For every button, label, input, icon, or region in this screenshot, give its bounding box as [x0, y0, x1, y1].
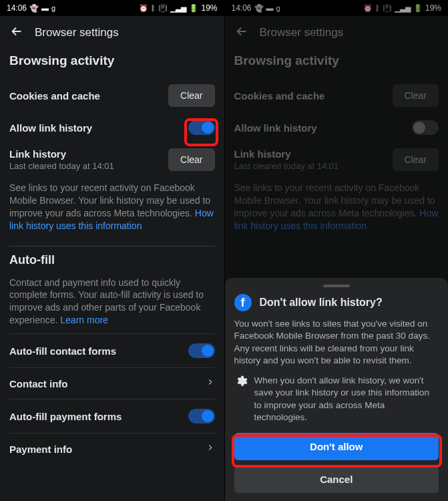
facebook-logo-icon: f [234, 294, 252, 311]
header: Browser settings [0, 16, 224, 48]
cancel-button[interactable]: Cancel [234, 466, 439, 493]
sheet-body-text: You won't see links to sites that you've… [234, 318, 439, 367]
goodreads-icon: g [51, 4, 55, 12]
status-time: 14:06 [7, 3, 27, 13]
status-bar: 14:06 👻 ▬ g ⏰ ᛒ 📳 ▁▃▅ 🔋 19% [0, 0, 224, 16]
allow-link-history-row: Allow link history [9, 114, 215, 142]
payment-info-row[interactable]: Payment info [9, 434, 215, 464]
sheet-title: Don't allow link history? [260, 297, 383, 309]
gear-icon [234, 375, 248, 424]
chevron-right-icon [206, 377, 215, 389]
confirm-sheet: f Don't allow link history? You won't se… [225, 278, 449, 501]
pane-right: 14:06 👻 ▬ g ⏰ ᛒ 📳 ▁▃▅ 🔋 19% Browser sett… [224, 0, 449, 501]
snapchat-icon: 👻 [29, 4, 39, 13]
vibrate-icon: 📳 [158, 4, 168, 13]
chevron-right-icon [206, 443, 215, 455]
autofill-contact-toggle[interactable] [188, 343, 215, 358]
signal-icon: ▁▃▅ [170, 4, 186, 13]
bluetooth-icon: ᛒ [151, 4, 156, 12]
allow-link-history-label: Allow link history [9, 122, 92, 134]
alarm-icon: ⏰ [139, 4, 148, 13]
divider [9, 246, 215, 246]
sheet-info-text: When you don't allow link history, we wo… [254, 375, 439, 424]
dont-allow-button[interactable]: Don't allow [234, 433, 439, 460]
clear-cookies-button[interactable]: Clear [168, 84, 214, 107]
back-icon[interactable] [9, 24, 24, 41]
cookies-label: Cookies and cache [9, 90, 100, 102]
autofill-description: Contact and payment info used to quickly… [9, 277, 215, 334]
browsing-activity-title: Browsing activity [9, 48, 215, 77]
link-history-description: See links to your recent activity on Fac… [9, 178, 215, 242]
pane-left: 14:06 👻 ▬ g ⏰ ᛒ 📳 ▁▃▅ 🔋 19% Browser sett… [0, 0, 224, 501]
cookies-row: Cookies and cache Clear [9, 77, 215, 114]
link-history-row: Link history Last cleared today at 14:01… [9, 142, 215, 178]
autofill-learn-more-link[interactable]: Learn more [60, 315, 108, 325]
autofill-payment-toggle[interactable] [188, 409, 215, 424]
autofill-contact-forms-row[interactable]: Auto-fill contact forms [9, 333, 215, 368]
clear-link-history-button[interactable]: Clear [168, 148, 214, 171]
allow-link-history-toggle[interactable] [188, 120, 215, 135]
link-history-label: Link history [9, 148, 114, 160]
contact-info-row[interactable]: Contact info [9, 368, 215, 399]
sheet-handle[interactable] [323, 285, 350, 287]
autofill-title: Auto-fill [9, 253, 215, 277]
page-title: Browser settings [35, 26, 119, 39]
status-battery: 19% [201, 3, 217, 13]
autofill-payment-forms-row[interactable]: Auto-fill payment forms [9, 399, 215, 434]
link-history-sub: Last cleared today at 14:01 [9, 161, 114, 171]
app-icon: ▬ [41, 4, 49, 12]
battery-icon: 🔋 [189, 4, 198, 13]
